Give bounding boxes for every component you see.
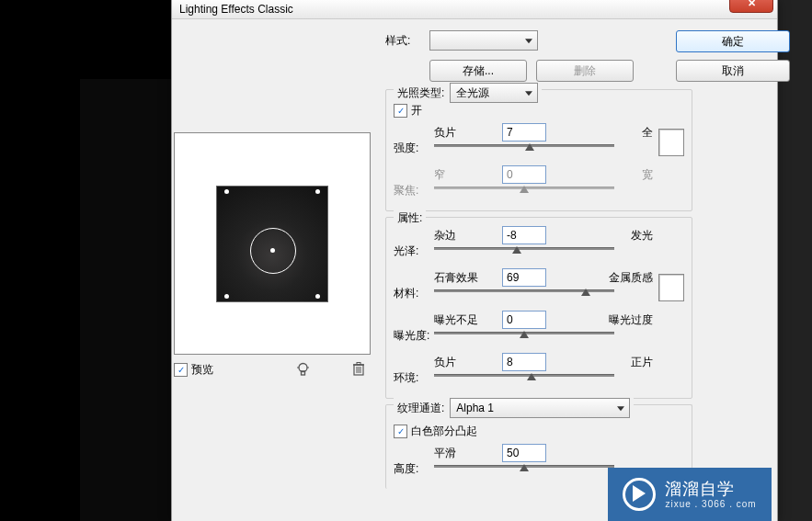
gloss-value[interactable]: -8 [502,226,546,244]
watermark-sub: zixue . 3066 . com [665,499,756,510]
ambience-row: 环境: 负片 8 正片 [394,354,684,391]
watermark-text: 溜溜自学 zixue . 3066 . com [665,480,756,509]
height-slider[interactable] [434,465,614,468]
ambience-color-swatch[interactable] [658,274,684,301]
gloss-slider[interactable] [434,247,614,250]
height-label: 高度: [394,445,434,477]
texture-channel-label: 纹理通道: [397,401,444,416]
light-type-label: 光照类型: [397,85,444,101]
dialog-title: Lighting Effects Classic [179,3,293,16]
intensity-value[interactable]: 7 [502,123,546,142]
height-value[interactable]: 50 [502,444,546,462]
material-label: 材料: [394,269,434,301]
light-handle-br[interactable] [315,294,320,299]
close-button[interactable]: ✕ [729,0,773,13]
material-value[interactable]: 69 [502,268,546,287]
gloss-row: 光泽: 杂边 -8 发光 [394,227,684,264]
intensity-slider[interactable] [434,144,614,147]
focus-value: 0 [502,165,546,184]
light-center-handle[interactable] [270,248,275,253]
focus-label: 聚焦: [394,166,434,198]
preview-label: 预览 [191,362,213,378]
ambience-thumb[interactable] [527,373,536,380]
intensity-row: 强度: 负片 7 全 [394,124,684,161]
exposure-slider[interactable] [434,332,614,334]
trash-icon[interactable] [350,361,367,378]
white-high-row: ✓ 白色部分凸起 [394,424,684,439]
canvas-area [80,79,181,521]
gloss-left: 杂边 [434,228,489,244]
intensity-left: 负片 [434,125,489,141]
on-label: 开 [411,103,422,119]
intensity-thumb[interactable] [525,143,534,151]
titlebar: Lighting Effects Classic ✕ [172,0,777,19]
light-color-swatch[interactable] [658,129,684,156]
style-dropdown[interactable] [429,30,538,51]
properties-legend: 属性: [394,210,426,226]
material-slider[interactable] [434,289,614,292]
height-thumb[interactable] [520,464,529,471]
gloss-right: 发光 [546,228,655,244]
focus-left: 窄 [434,167,489,183]
light-handle-tl[interactable] [224,189,229,194]
watermark-logo-icon [623,478,656,511]
material-row: 材料: 石膏效果 69 金属质感 [394,269,684,306]
focus-right: 宽 [546,167,655,183]
on-row: ✓ 开 [394,103,684,119]
white-high-label: 白色部分凸起 [411,424,477,439]
focus-thumb [520,186,529,193]
svg-rect-1 [301,371,304,375]
on-checkbox[interactable]: ✓ [394,104,407,118]
light-handle-bl[interactable] [224,294,229,299]
intensity-right: 全 [546,125,655,141]
dialog-body: ✓ 预览 确定 取消 样式: 存储... 删除 [172,19,777,521]
delete-style-button: 删除 [536,60,634,82]
light-bulb-icon[interactable] [294,361,311,378]
gloss-thumb[interactable] [512,246,521,254]
exposure-thumb[interactable] [520,331,529,338]
light-type-dropdown[interactable]: 全光源 [450,83,538,103]
properties-section: 属性: 光泽: 杂边 -8 发光 [385,217,692,399]
close-icon: ✕ [748,0,756,9]
white-high-checkbox[interactable]: ✓ [394,425,407,438]
save-style-button[interactable]: 存储... [429,60,527,82]
texture-channel-dropdown[interactable]: Alpha 1 [450,398,630,418]
gloss-label: 光泽: [394,227,434,259]
exposure-row: 曝光度: 曝光不足 0 曝光过度 [394,311,684,348]
lighting-effects-dialog: Lighting Effects Classic ✕ ✓ 预览 [171,0,778,521]
watermark-brand: 溜溜自学 [665,480,756,499]
ambience-left: 负片 [434,355,489,370]
preview-checkbox[interactable]: ✓ [174,363,188,377]
ambience-value[interactable]: 8 [502,353,546,371]
style-row: 样式: [385,30,772,51]
focus-row: 聚焦: 窄 0 宽 [394,166,684,203]
save-delete-row: 存储... 删除 [429,60,772,82]
exposure-value[interactable]: 0 [502,311,546,329]
style-label: 样式: [385,33,429,49]
ambience-right: 正片 [546,355,655,370]
preview-frame[interactable] [174,132,371,355]
svg-rect-9 [357,363,360,366]
light-type-section: 光照类型: 全光源 ✓ 开 强度: 负片 7 全 [385,89,692,211]
material-right: 金属质感 [546,270,655,286]
exposure-left: 曝光不足 [434,312,489,328]
ambience-slider[interactable] [434,374,614,377]
exposure-label: 曝光度: [394,311,434,344]
height-left: 平滑 [434,446,489,461]
watermark: 溜溜自学 zixue . 3066 . com [608,468,772,521]
intensity-label: 强度: [394,124,434,156]
material-left: 石膏效果 [434,270,489,286]
material-thumb[interactable] [581,289,590,296]
exposure-right: 曝光过度 [546,312,655,328]
preview-image [216,186,328,302]
preview-controls-row: ✓ 预览 [174,359,369,379]
svg-point-0 [299,363,307,371]
right-panel: 样式: 存储... 删除 光照类型: 全光源 ✓ 开 强度: [385,30,772,494]
light-handle-tr[interactable] [315,189,320,194]
focus-slider [434,187,614,189]
ambience-label: 环境: [394,354,434,386]
